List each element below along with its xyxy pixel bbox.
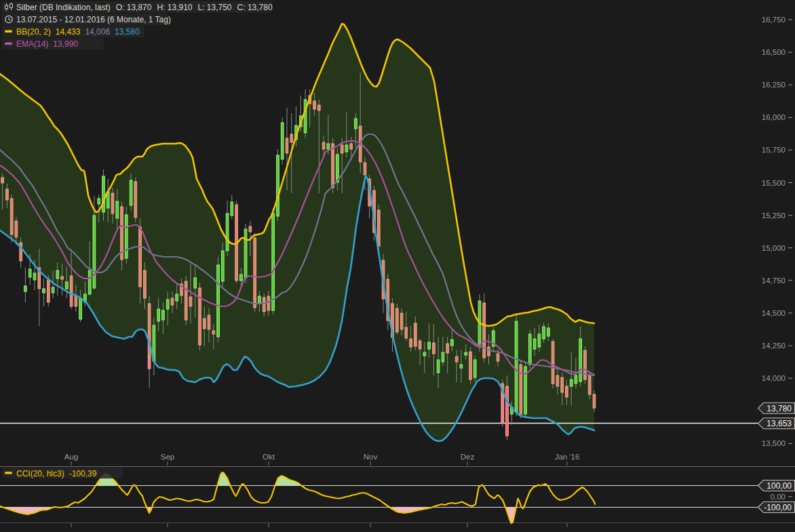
svg-text:100,00: 100,00: [767, 481, 792, 491]
svg-text:-100,00: -100,00: [764, 503, 792, 512]
svg-text:16,500: 16,500: [762, 48, 786, 56]
svg-text:Nov: Nov: [364, 453, 378, 461]
svg-text:Okt: Okt: [263, 453, 275, 461]
svg-text:BB(20, 2)14,43314,00613,580: BB(20, 2)14,43314,00613,580: [16, 27, 140, 37]
svg-text:15,250: 15,250: [762, 211, 786, 220]
svg-text:14,000: 14,000: [762, 374, 786, 382]
svg-text:13.07.2015 - 12.01.2016 (6 Mon: 13.07.2015 - 12.01.2016 (6 Monate, 1 Tag…: [16, 15, 171, 24]
svg-text:14,750: 14,750: [762, 277, 786, 285]
svg-text:13,653: 13,653: [767, 419, 792, 428]
svg-text:Sep: Sep: [161, 453, 174, 461]
svg-text:15,500: 15,500: [762, 179, 786, 187]
svg-text:13,500: 13,500: [762, 439, 786, 447]
svg-text:Jan '16: Jan '16: [555, 453, 580, 461]
svg-text:15,000: 15,000: [762, 244, 786, 252]
svg-text:Dez: Dez: [461, 453, 475, 461]
svg-text:0,00: 0,00: [771, 493, 786, 501]
svg-text:EMA(14)13,990: EMA(14)13,990: [16, 39, 78, 49]
svg-text:15,750: 15,750: [762, 146, 786, 154]
svg-text:Aug: Aug: [64, 453, 78, 461]
svg-text:16,250: 16,250: [762, 81, 786, 89]
svg-text:CCI(20, hlc3)-100,39: CCI(20, hlc3)-100,39: [16, 469, 97, 478]
svg-text:14,500: 14,500: [762, 309, 786, 317]
svg-text:14,250: 14,250: [762, 342, 786, 350]
svg-text:13,780: 13,780: [767, 404, 792, 413]
svg-text:16,750: 16,750: [762, 16, 786, 24]
svg-text:16,000: 16,000: [762, 113, 786, 121]
